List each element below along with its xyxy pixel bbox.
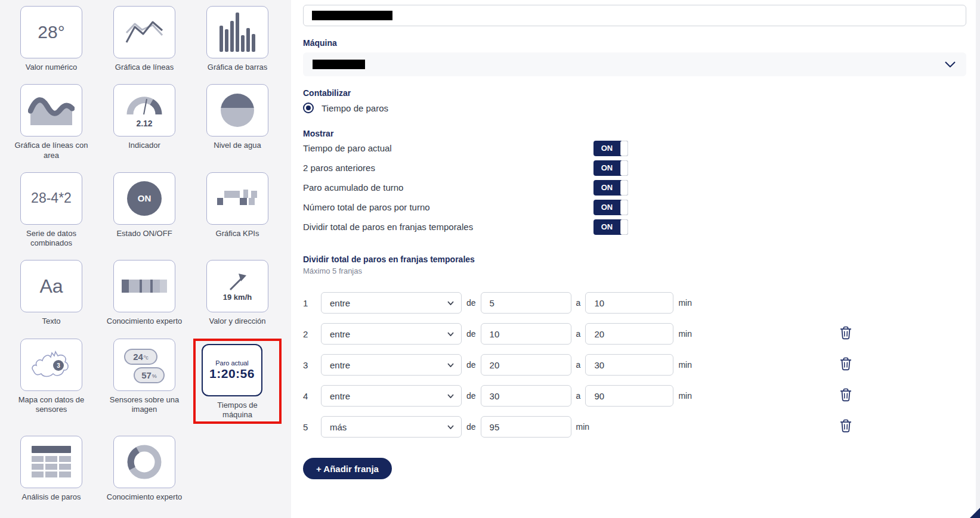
on-off-preview: ON (138, 193, 152, 203)
min-label: min (678, 329, 692, 339)
operator-select[interactable]: más (321, 416, 462, 438)
machine-select[interactable] (303, 52, 966, 76)
from-input[interactable] (481, 323, 571, 345)
toggle-knob (620, 180, 628, 196)
widget-tile-grafica-lineas-area[interactable]: Gráfica de líneas con area (7, 84, 95, 160)
franja-row-2: 2 entre de a min (303, 323, 980, 345)
delete-franja-button[interactable] (839, 325, 853, 343)
franja-row-5: 5 más de min (303, 416, 980, 438)
widget-tile-conocimiento-experto-2[interactable]: Conocimiento experto (100, 436, 188, 502)
numeric-value-icon: 28° (20, 6, 82, 58)
line-chart-icon (113, 6, 175, 58)
from-input[interactable] (481, 292, 571, 314)
widget-grid: 28° Valor numérico Gráfica de líneas (5, 6, 291, 502)
chevron-down-icon (447, 363, 454, 367)
selected-widget-outline: Paro actual 1:20:56 Tiempos de máquina (193, 339, 282, 424)
widget-tile-valor-direccion[interactable]: 19 km/h Valor y dirección (193, 260, 282, 326)
widget-tile-conocimiento-experto-1[interactable]: Conocimiento experto (100, 260, 188, 326)
machine-times-icon: Paro actual 1:20:56 (202, 344, 262, 396)
bar-chart-icon (206, 6, 268, 58)
delete-franja-button[interactable] (839, 387, 853, 405)
to-input[interactable] (585, 292, 673, 314)
add-franja-button[interactable]: + Añadir franja (303, 458, 392, 479)
to-input[interactable] (585, 323, 673, 345)
widget-tile-indicador[interactable]: 2.12 Indicador (100, 84, 188, 150)
franjas-subtitle: Máximo 5 franjas (303, 266, 975, 275)
toggle-dividir-franjas[interactable]: ON (593, 219, 628, 235)
franja-row-1: 1 entre de a min (303, 292, 980, 314)
on-off-icon: ON (113, 172, 175, 225)
widget-tile-tiempos-maquina[interactable]: Paro actual 1:20:56 Tiempos de máquina (193, 339, 282, 424)
tile-label: Estado ON/OFF (116, 229, 172, 238)
operator-select[interactable]: entre (321, 385, 462, 407)
chevron-down-icon (447, 301, 454, 305)
widget-tile-estado-onoff[interactable]: ON Estado ON/OFF (100, 172, 188, 238)
to-input[interactable] (585, 354, 673, 376)
expert-knowledge-donut-icon (113, 436, 175, 488)
toggle-2-paros-anteriores[interactable]: ON (593, 160, 628, 176)
trash-icon (840, 357, 852, 371)
redacted-machine-name (313, 60, 365, 69)
toggle-paro-acumulado[interactable]: ON (593, 180, 628, 196)
clock-value: 1:20:56 (209, 367, 255, 381)
widget-tile-grafica-barras[interactable]: Gráfica de barras (193, 6, 282, 72)
trash-icon (840, 419, 852, 433)
widget-tile-grafica-lineas[interactable]: Gráfica de líneas (100, 6, 188, 72)
redacted-widget-name (312, 11, 392, 20)
from-input[interactable] (481, 416, 571, 438)
operator-select[interactable]: entre (321, 323, 462, 345)
radio-tiempo-de-paros[interactable]: Tiempo de paros (303, 103, 975, 113)
widget-tile-grafica-kpis[interactable]: Gráfica KPIs (193, 172, 282, 238)
min-label: min (678, 298, 692, 308)
widget-tile-texto[interactable]: Aa Texto (7, 260, 95, 326)
toggle-row: 2 paros anteriores ON (303, 158, 935, 178)
from-input[interactable] (481, 385, 571, 407)
toggle-knob (620, 219, 628, 235)
tile-label: Serie de datos combinados (7, 229, 95, 249)
toggle-label: Tiempo de paro actual (303, 143, 392, 153)
gauge-icon: 2.12 (113, 84, 175, 137)
tile-label: Gráfica de barras (208, 63, 267, 72)
toggle-knob (620, 200, 628, 215)
toggle-tiempo-paro-actual[interactable]: ON (593, 141, 628, 156)
from-input[interactable] (481, 354, 571, 376)
operator-select[interactable]: entre (321, 354, 462, 376)
row-index: 5 (303, 422, 311, 432)
widget-tile-analisis-paros[interactable]: Análisis de paros (7, 436, 95, 502)
to-input[interactable] (585, 385, 673, 407)
de-label: de (466, 298, 476, 308)
text-preview: Aa (39, 275, 63, 297)
delete-franja-button[interactable] (839, 356, 853, 374)
scrollbar-track[interactable] (976, 0, 980, 518)
toggle-row: Dividir total de paros en franjas tempor… (303, 217, 935, 237)
water-level-icon (206, 84, 268, 137)
widget-name-input[interactable] (303, 5, 966, 26)
min-label: min (678, 360, 692, 370)
tile-label: Análisis de paros (22, 492, 81, 502)
widget-config-screen: 28° Valor numérico Gráfica de líneas (0, 0, 980, 518)
direction-arrow-icon: 19 km/h (206, 260, 268, 312)
de-label: de (466, 329, 476, 339)
radio-icon (303, 103, 314, 113)
chevron-down-icon (447, 394, 454, 398)
tile-label: Gráfica de líneas (115, 63, 174, 72)
toggle-numero-total-paros[interactable]: ON (593, 200, 628, 215)
row-index: 1 (303, 298, 311, 308)
widget-tile-sensores-imagen[interactable]: 24ºc 57% Sensores sobre una imagen (100, 339, 188, 415)
machine-label: Máquina (303, 38, 975, 48)
widget-tile-serie-datos[interactable]: 28-4*2 Serie de datos combinados (7, 172, 95, 249)
toggle-row: Paro acumulado de turno ON (303, 178, 935, 197)
widget-tile-mapa-sensores[interactable]: 3 Mapa con datos de sensores (7, 339, 95, 415)
widget-tile-nivel-agua[interactable]: Nivel de agua (193, 84, 282, 150)
map-badge: 3 (57, 362, 60, 369)
delete-franja-button[interactable] (839, 418, 853, 436)
tile-label: Mapa con datos de sensores (7, 395, 95, 415)
widget-tile-valor-numerico[interactable]: 28° Valor numérico (7, 6, 95, 72)
a-label: a (576, 298, 581, 308)
widget-config-panel: Máquina Contabilizar Tiempo de paros Mos… (291, 0, 975, 518)
toggle-label: 2 paros anteriores (303, 163, 375, 173)
tile-label: Texto (42, 317, 60, 326)
clock-title: Paro actual (215, 359, 249, 367)
min-label: min (576, 422, 590, 432)
operator-select[interactable]: entre (321, 292, 462, 314)
